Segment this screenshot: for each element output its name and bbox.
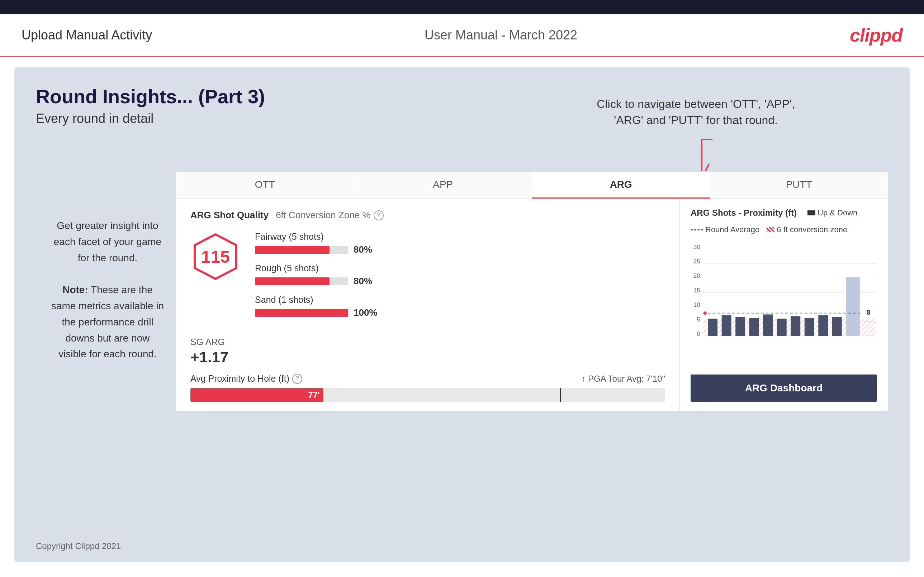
arg-dashboard-button[interactable]: ARG Dashboard	[691, 374, 877, 402]
hex-score: 115	[191, 232, 241, 282]
sg-section: SG ARG +1.17	[191, 337, 665, 366]
rough-label: Rough (5 shots)	[255, 263, 665, 274]
legend-round-avg: Round Average	[691, 225, 759, 234]
tab-arg[interactable]: ARG	[532, 172, 710, 198]
svg-text:0: 0	[697, 330, 700, 337]
right-panel: ARG Shots - Proximity (ft) Up & Down Rou…	[680, 199, 888, 411]
svg-rect-21	[750, 318, 759, 336]
shot-quality-bars: Fairway (5 shots) 80% Rough (5 shots)	[255, 232, 665, 326]
hex-score-container: 115 Fairway (5 shots) 80%	[191, 232, 665, 326]
shot-row-fairway: Fairway (5 shots) 80%	[255, 232, 665, 255]
chart-area: 0 5 10 15 20 25 30	[691, 241, 877, 369]
svg-rect-25	[804, 318, 814, 336]
fairway-label: Fairway (5 shots)	[255, 232, 665, 242]
header: Upload Manual Activity User Manual - Mar…	[0, 15, 924, 56]
svg-text:20: 20	[693, 272, 700, 279]
svg-text:5: 5	[697, 316, 700, 323]
sg-value: +1.17	[191, 349, 665, 366]
conversion-label: 6ft Conversion Zone %	[276, 210, 370, 221]
svg-rect-18	[708, 319, 717, 336]
fairway-bar-track	[255, 246, 348, 254]
footer-copyright: Copyright Clippd 2021	[36, 541, 121, 551]
svg-text:15: 15	[693, 287, 700, 294]
svg-rect-23	[777, 319, 787, 336]
upload-label: Upload Manual Activity	[21, 27, 152, 43]
fairway-pct: 80%	[354, 244, 372, 255]
tab-bar: OTT APP ARG PUTT	[176, 172, 888, 199]
svg-marker-30	[703, 311, 708, 315]
fairway-bar-fill	[255, 246, 330, 254]
proximity-label: Avg Proximity to Hole (ft) ?	[191, 374, 302, 384]
svg-rect-19	[722, 315, 732, 336]
sand-bar-track	[255, 309, 348, 317]
proximity-help-icon[interactable]: ?	[292, 374, 302, 384]
tab-putt[interactable]: PUTT	[710, 172, 888, 198]
svg-rect-22	[763, 314, 773, 336]
proximity-cursor	[560, 388, 561, 402]
rough-bar-track	[255, 277, 348, 285]
tab-ott[interactable]: OTT	[176, 172, 354, 198]
svg-rect-28	[846, 277, 860, 336]
legend-square-icon	[808, 210, 815, 215]
proximity-chart: 0 5 10 15 20 25 30	[691, 241, 877, 341]
legend-6ft: 6 ft conversion zone	[767, 225, 847, 234]
proximity-header: Avg Proximity to Hole (ft) ? ↑ PGA Tour …	[191, 374, 665, 384]
insight-text: Get greater insight into each facet of y…	[50, 218, 165, 362]
legend-up-down-label: Up & Down	[817, 208, 857, 218]
svg-rect-27	[832, 317, 842, 336]
sand-bar-fill	[255, 309, 348, 317]
rough-bar-fill	[255, 277, 330, 285]
sand-label: Sand (1 shots)	[255, 295, 665, 305]
chart-header: ARG Shots - Proximity (ft) Up & Down Rou…	[691, 208, 877, 234]
sand-pct: 100%	[354, 307, 378, 318]
manual-title: User Manual - March 2022	[425, 27, 577, 43]
panel-header: ARG Shot Quality 6ft Conversion Zone % ?	[191, 210, 665, 221]
svg-text:8: 8	[867, 309, 871, 316]
svg-text:25: 25	[693, 258, 700, 265]
top-bar	[0, 0, 924, 15]
proximity-value: 77'	[308, 390, 320, 400]
sg-label: SG ARG	[191, 337, 665, 347]
chart-title: ARG Shots - Proximity (ft)	[691, 208, 797, 218]
svg-rect-24	[791, 316, 800, 336]
tab-app[interactable]: APP	[354, 172, 533, 198]
svg-text:10: 10	[693, 301, 700, 308]
shot-row-rough: Rough (5 shots) 80%	[255, 263, 665, 287]
legend-hatch-icon	[767, 227, 774, 232]
legend-dashed-icon	[691, 229, 703, 230]
svg-rect-26	[818, 315, 828, 336]
pga-avg: ↑ PGA Tour Avg: 7'10"	[581, 374, 665, 384]
card-body: ARG Shot Quality 6ft Conversion Zone % ?…	[176, 199, 888, 411]
shot-row-sand: Sand (1 shots) 100%	[255, 295, 665, 318]
proximity-label-text: Avg Proximity to Hole (ft)	[191, 374, 289, 384]
logo: clippd	[850, 24, 903, 46]
hex-wrapper: 115	[191, 232, 241, 282]
svg-rect-20	[735, 317, 745, 336]
help-icon[interactable]: ?	[374, 210, 384, 221]
legend-6ft-label: 6 ft conversion zone	[777, 225, 847, 234]
proximity-section: Avg Proximity to Hole (ft) ? ↑ PGA Tour …	[176, 366, 680, 411]
dashboard-card: OTT APP ARG PUTT ARG Shot Quality 6ft Co…	[176, 171, 888, 411]
hex-number: 115	[201, 247, 230, 267]
legend-up-down: Up & Down	[808, 208, 857, 218]
nav-hint: Click to navigate between 'OTT', 'APP', …	[597, 96, 795, 128]
proximity-bar-fill: 77'	[191, 388, 323, 402]
proximity-bar-track: 77'	[191, 388, 665, 402]
main-content: Round Insights... (Part 3) Every round i…	[15, 68, 909, 562]
left-panel: ARG Shot Quality 6ft Conversion Zone % ?…	[176, 199, 680, 411]
svg-text:30: 30	[693, 243, 700, 250]
legend-round-avg-label: Round Average	[705, 225, 759, 234]
shot-quality-label: ARG Shot Quality	[191, 210, 268, 221]
rough-pct: 80%	[354, 276, 372, 287]
